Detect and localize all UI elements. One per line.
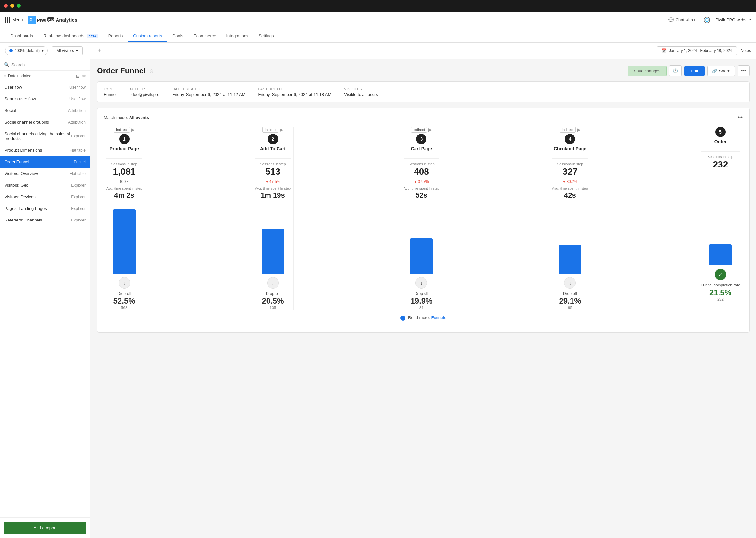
site-name[interactable]: Piwik PRO website [715,18,751,22]
filter-icon[interactable]: ⊞ [76,74,80,79]
step-number: 3 [416,134,426,144]
menu-button[interactable]: Menu [5,18,23,23]
sidebar-footer: Add a report [0,517,90,538]
step-bar [113,209,136,274]
notes-button[interactable]: Notes [741,48,751,53]
tab-custom-reports[interactable]: Custom reports [128,30,167,42]
sidebar-item-label: Search user flow [5,96,36,101]
step-number: 4 [565,134,575,144]
edit-button[interactable]: Edit [684,66,704,76]
meta-type: Type Funnel [104,87,117,97]
report-header: Order Funnel ☆ Save changes 🕐 Edit 🔗 Sha… [97,65,749,76]
visitors-selector[interactable]: All visitors ▾ [52,46,83,55]
step-time-label: Avg. time spent in step [106,187,142,190]
indirect-label: Indirect [411,127,427,133]
edit-icon[interactable]: ✏ [82,74,86,79]
top-navigation: Menu P PIWIK PRO Analytics 💬 Chat with u… [0,12,756,28]
step-sessions-label: Sessions in step [403,162,439,166]
tab-integrations[interactable]: Integrations [221,30,253,42]
sort-icon: ≡ [4,74,6,78]
topnav-left: Menu P PIWIK PRO Analytics [5,16,77,24]
step-dropoff-count: 568 [121,305,128,310]
tab-goals[interactable]: Goals [167,30,188,42]
step-sessions-label: Sessions in step [255,162,291,166]
sidebar-item[interactable]: Search user flowUser flow [0,93,90,105]
arrow-right-icon: ▶ [131,127,135,132]
sidebar-item[interactable]: Visitors: DevicesExplorer [0,191,90,203]
sidebar-item[interactable]: SocialAttribution [0,105,90,116]
sidebar-item-type: Funnel [74,160,86,164]
sidebar-item-label: Order Funnel [5,159,29,164]
step-time: 1m 19s [261,191,285,199]
funnels-link[interactable]: Funnels [431,315,446,320]
sidebar-item-type: Explorer [71,206,86,211]
sidebar-item[interactable]: Referrers: ChannelsExplorer [0,214,90,226]
sidebar-item[interactable]: Product DimensionsFlat table [0,144,90,156]
share-button[interactable]: 🔗 Share [707,66,735,76]
step-connector: Indirect ▶ [560,127,581,133]
step-dropoff-label: Funnel completion rate [701,283,740,288]
step-bar [262,229,284,274]
tab-dashboards[interactable]: Dashboards [5,30,38,42]
main-content: Order Funnel ☆ Save changes 🕐 Edit 🔗 Sha… [90,59,756,538]
sidebar-item[interactable]: Social channels driving the sales of pro… [0,128,90,144]
favorite-star-icon[interactable]: ☆ [149,67,154,74]
step-sessions: 408 [403,167,439,177]
chat-button[interactable]: 💬 Chat with us [668,18,699,22]
step-name: Checkout Page [554,146,587,151]
step-time-label: Avg. time spent in step [255,187,291,190]
plus-icon: + [98,47,101,54]
meta-author: Author j.doe@piwik.pro [129,87,160,97]
segment-selector[interactable]: 100% (default) ▾ [5,46,48,55]
step-bar-container [556,203,585,274]
step-time: 4m 2s [114,191,134,199]
step-bar-container [705,194,736,265]
sidebar-item[interactable]: Order FunnelFunnel [0,156,90,168]
traffic-light-yellow[interactable] [10,4,14,8]
more-options-button[interactable]: ••• [737,65,749,76]
chevron-down-icon: ▾ [42,48,44,53]
sidebar-items: User flowUser flowSearch user flowUser f… [0,81,90,517]
arrow-down-icon: ▼ [562,180,566,184]
add-report-button[interactable]: Add a report [4,521,86,534]
date-range-picker[interactable]: 📅 January 1, 2024 - February 18, 2024 [657,46,737,55]
visitors-label: All visitors [57,48,74,53]
sidebar-item[interactable]: Visitors: GeoExplorer [0,180,90,191]
sidebar-item[interactable]: Pages: Landing PagesExplorer [0,203,90,214]
sidebar-item[interactable]: User flowUser flow [0,81,90,93]
step-dropoff-count: 232 [717,297,724,302]
meta-author-value: j.doe@piwik.pro [129,92,160,97]
step-stats: Sessions in step 513 [255,162,291,177]
step-name: Product Page [110,146,139,151]
search-input[interactable] [11,62,86,67]
sidebar-sort-label: ≡ Date updated [4,74,31,78]
meta-type-value: Funnel [104,92,117,97]
match-mode-value: All events [129,115,149,120]
step-bar [709,244,732,265]
traffic-light-red[interactable] [4,4,8,8]
step-bar-container [259,203,287,274]
save-changes-button[interactable]: Save changes [628,66,667,76]
step-number: 5 [715,127,726,137]
funnel-more-button[interactable]: ••• [737,114,743,120]
tab-ecommerce[interactable]: Ecommerce [188,30,221,42]
step-sessions: 513 [255,167,291,177]
sidebar-item[interactable]: Social channel groupingAttribution [0,116,90,128]
step-bar-container [407,203,436,274]
language-button[interactable]: 🌐 [704,17,710,23]
report-actions: Save changes 🕐 Edit 🔗 Share ••• [628,65,749,76]
step-stats: Sessions in step 408 [403,162,439,177]
step-bar-container [110,203,139,274]
traffic-light-green[interactable] [17,4,21,8]
share-label: Share [719,69,731,74]
tab-settings[interactable]: Settings [253,30,279,42]
sidebar-item[interactable]: Visitors: OverviewFlat table [0,168,90,180]
date-range-label: January 1, 2024 - February 18, 2024 [669,48,732,53]
add-filter-button[interactable]: + [87,45,113,56]
tab-reports[interactable]: Reports [103,30,128,42]
history-button[interactable]: 🕐 [669,65,682,76]
filterbar-left: 100% (default) ▾ All visitors ▾ + [5,45,113,56]
dropoff-icon: ↓ [118,277,130,289]
sort-label-text: Date updated [8,74,31,78]
tab-realtime[interactable]: Real-time dashboards BETA [38,30,103,42]
